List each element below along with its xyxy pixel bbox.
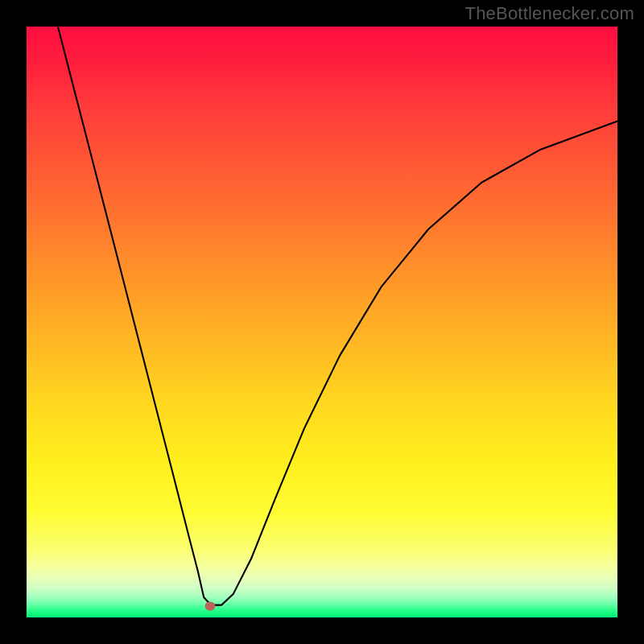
minimum-marker-dot	[204, 602, 215, 611]
plot-frame	[27, 27, 617, 617]
stage: TheBottlenecker.com	[0, 0, 644, 644]
watermark-text: TheBottlenecker.com	[465, 3, 634, 24]
bottleneck-curve	[27, 27, 617, 617]
